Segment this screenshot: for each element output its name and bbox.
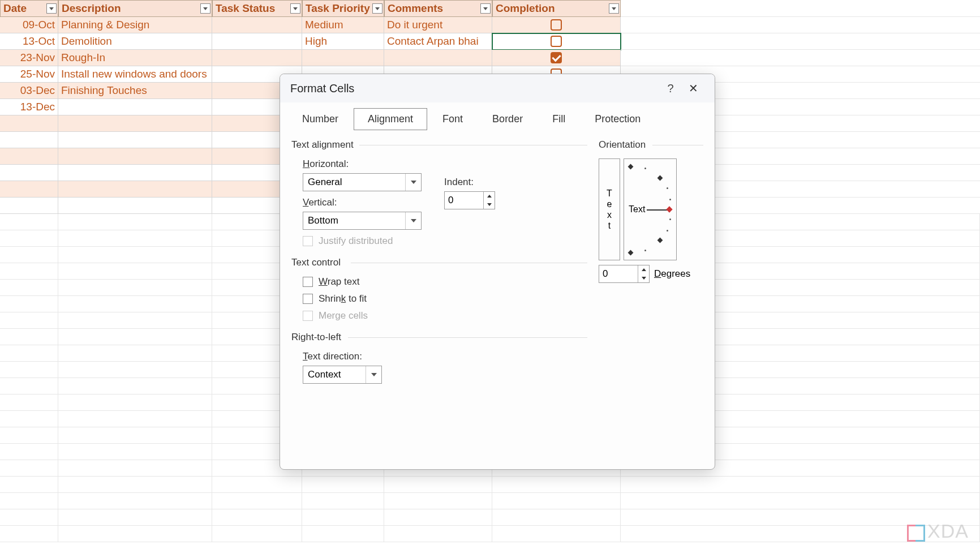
cell[interactable] [0,312,58,329]
help-button[interactable]: ? [659,82,682,95]
cell[interactable] [212,493,302,509]
shrink-to-fit-checkbox[interactable] [303,294,313,304]
orientation-vertical-button[interactable]: Text [599,158,620,260]
cell[interactable] [58,509,212,526]
cell[interactable] [58,444,212,460]
cell[interactable] [58,247,212,263]
cell[interactable] [58,345,212,362]
text-direction-combo[interactable]: Context [303,366,382,384]
column-header[interactable]: Task Status [212,0,302,17]
cell[interactable] [212,17,302,33]
filter-dropdown-icon[interactable] [609,3,619,14]
cell[interactable]: Planning & Design [58,17,212,33]
completion-checkbox[interactable] [551,36,562,47]
cell[interactable] [212,509,302,526]
tab-border[interactable]: Border [478,108,537,130]
spinner-down-icon[interactable] [484,200,495,209]
cell[interactable]: 03-Dec [0,83,58,99]
cell[interactable]: Install new windows and doors [58,66,212,83]
cell[interactable] [0,280,58,296]
cell[interactable] [384,526,492,542]
filter-dropdown-icon[interactable] [372,3,382,14]
cell[interactable] [58,263,212,280]
cell[interactable] [58,493,212,509]
cell[interactable] [0,427,58,444]
cell[interactable] [58,296,212,312]
column-header[interactable]: Date [0,0,58,17]
cell[interactable] [58,329,212,345]
cell[interactable] [0,263,58,280]
cell[interactable] [384,477,492,493]
indent-spinner[interactable]: 0 [444,191,495,209]
cell[interactable] [302,493,384,509]
column-header[interactable]: Description [58,0,212,17]
cell[interactable] [302,526,384,542]
cell[interactable] [58,148,212,165]
spinner-up-icon[interactable] [638,265,649,274]
cell[interactable] [0,460,58,477]
cell[interactable] [0,345,58,362]
cell[interactable] [58,198,212,214]
cell[interactable] [58,312,212,329]
cell[interactable] [58,378,212,394]
cell[interactable] [212,526,302,542]
chevron-down-icon[interactable] [405,174,421,191]
cell[interactable]: 23-Nov [0,50,58,66]
cell[interactable] [0,444,58,460]
cell[interactable] [384,509,492,526]
cell[interactable] [0,115,58,132]
cell[interactable] [0,394,58,411]
tab-protection[interactable]: Protection [581,108,655,130]
cell[interactable] [302,50,384,66]
column-header[interactable]: Comments [384,0,492,17]
cell[interactable]: 13-Oct [0,33,58,50]
cell[interactable] [0,378,58,394]
cell[interactable] [58,362,212,378]
spinner-down-icon[interactable] [638,274,649,282]
tab-font[interactable]: Font [428,108,477,130]
cell[interactable] [58,181,212,198]
cell[interactable] [0,526,58,542]
cell[interactable]: High [302,33,384,50]
cell[interactable] [0,296,58,312]
chevron-down-icon[interactable] [405,212,421,229]
vertical-combo[interactable]: Bottom [303,212,422,230]
cell[interactable] [0,198,58,214]
tab-number[interactable]: Number [288,108,353,130]
cell[interactable] [58,280,212,296]
cell[interactable] [0,132,58,148]
cell[interactable] [492,477,621,493]
cell[interactable] [492,17,621,33]
cell[interactable] [384,493,492,509]
degrees-spinner[interactable]: 0 [599,265,650,283]
cell[interactable] [0,181,58,198]
cell[interactable] [58,230,212,247]
column-header[interactable]: Completion [492,0,621,17]
cell[interactable] [302,477,384,493]
completion-checkbox[interactable] [551,19,562,31]
cell[interactable] [58,214,212,230]
cell[interactable] [212,50,302,66]
cell[interactable] [212,477,302,493]
cell[interactable] [492,50,621,66]
cell[interactable]: 25-Nov [0,66,58,83]
cell[interactable]: Contact Arpan bhai [384,33,492,50]
cell[interactable] [58,115,212,132]
cell[interactable] [0,509,58,526]
chevron-down-icon[interactable] [366,366,381,383]
cell[interactable] [0,148,58,165]
cell[interactable] [0,214,58,230]
cell[interactable] [492,493,621,509]
cell[interactable] [492,526,621,542]
cell[interactable] [58,411,212,427]
cell[interactable] [58,132,212,148]
cell[interactable] [492,33,621,50]
cell[interactable] [58,477,212,493]
cell[interactable] [58,394,212,411]
cell[interactable]: Rough-In [58,50,212,66]
cell[interactable] [0,411,58,427]
cell[interactable] [212,33,302,50]
cell[interactable] [58,165,212,181]
filter-dropdown-icon[interactable] [480,3,491,14]
cell[interactable]: Demolition [58,33,212,50]
